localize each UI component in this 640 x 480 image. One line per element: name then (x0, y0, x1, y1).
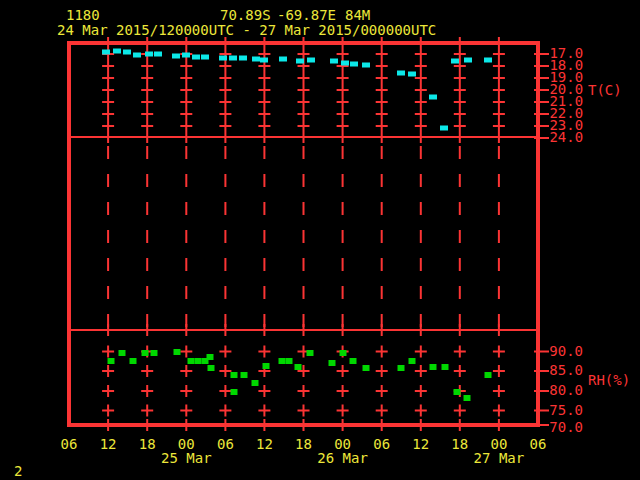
temp-data-point (201, 55, 209, 60)
temp-data-point (182, 53, 190, 58)
rh-data-point (195, 358, 202, 364)
temp-data-point (145, 52, 153, 57)
rh-data-point (442, 364, 449, 370)
temp-data-point (102, 50, 110, 55)
temp-data-point (330, 59, 338, 64)
rh-data-point (454, 389, 461, 395)
rh-data-point (252, 380, 259, 386)
temp-data-point (307, 58, 315, 63)
temp-data-point (252, 57, 260, 62)
rh-data-point (231, 372, 238, 378)
rh-data-point (207, 354, 214, 360)
temp-data-point (296, 59, 304, 64)
temp-data-point (133, 53, 141, 58)
rh-data-point (340, 350, 347, 356)
rh-data-point (363, 365, 370, 371)
rh-data-point (464, 395, 471, 401)
temp-data-point (429, 95, 437, 100)
rh-data-point (174, 349, 181, 355)
rh-data-point (151, 350, 158, 356)
temp-data-point (260, 58, 268, 63)
rh-data-point (398, 365, 405, 371)
rh-data-point (263, 363, 270, 369)
rh-data-point (188, 358, 195, 364)
rh-data-point (350, 358, 357, 364)
rh-data-point (295, 364, 302, 370)
station-timeseries-plot: 1180 70.89S -69.87E 84M 24 Mar 2015/1200… (0, 0, 640, 480)
temp-data-point (172, 54, 180, 59)
rh-data-point (430, 364, 437, 370)
temp-data-point (279, 57, 287, 62)
rh-data-point (307, 350, 314, 356)
rh-data-point (231, 389, 238, 395)
temp-data-point (123, 50, 131, 55)
temp-data-point (397, 71, 405, 76)
rh-data-point (329, 360, 336, 366)
rh-data-point (286, 358, 293, 364)
temp-data-point (451, 59, 459, 64)
rh-data-point (241, 372, 248, 378)
rh-data-point (108, 358, 115, 364)
temp-data-point (341, 61, 349, 66)
rh-data-point (208, 365, 215, 371)
temp-data-point (350, 62, 358, 67)
grid-dashed-lines (108, 146, 499, 327)
temp-data-point (113, 49, 121, 54)
temp-data-point (464, 58, 472, 63)
temp-data-point (362, 63, 370, 68)
temp-data-point (229, 56, 237, 61)
rh-data-point (485, 372, 492, 378)
rh-data-point (142, 350, 149, 356)
grid-plus-marks (102, 37, 549, 431)
temp-data-point (154, 52, 162, 57)
temp-data-point (484, 58, 492, 63)
temp-data-point (239, 56, 247, 61)
temp-data-point (219, 56, 227, 61)
rh-data-point (279, 358, 286, 364)
temp-data-point (192, 55, 200, 60)
rh-data-point (409, 358, 416, 364)
rh-data-point (119, 350, 126, 356)
temp-data-point (440, 126, 448, 131)
plot-marks-layer (0, 0, 640, 480)
rh-data-point (130, 358, 137, 364)
temp-data-point (408, 72, 416, 77)
